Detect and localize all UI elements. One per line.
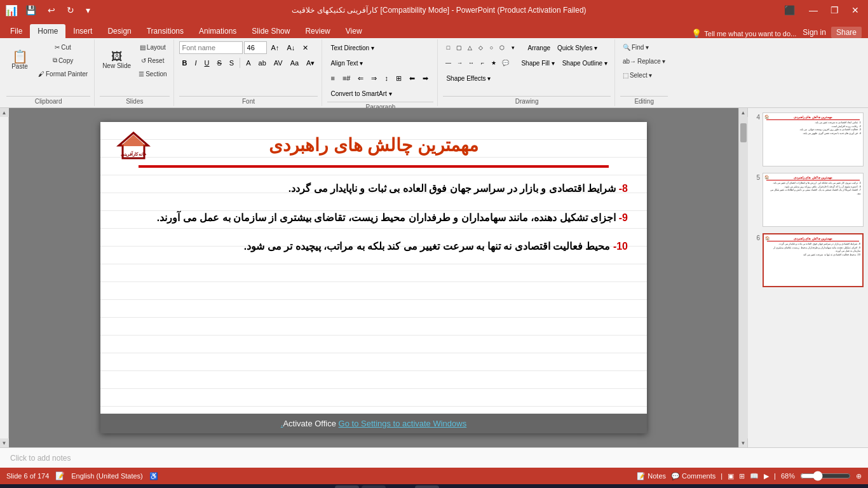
comments-btn[interactable]: 💬 Comments bbox=[671, 472, 715, 480]
tab-insert[interactable]: Insert bbox=[65, 24, 100, 38]
minimize-btn[interactable]: — bbox=[805, 4, 822, 17]
find-btn[interactable]: 🔍 Find ▾ bbox=[620, 41, 651, 53]
view-reading-btn[interactable]: 📖 bbox=[750, 472, 759, 480]
shape-callout[interactable]: 💬 bbox=[500, 58, 510, 68]
restore-btn[interactable]: ❐ bbox=[827, 4, 843, 17]
vscroll-down[interactable]: ▼ bbox=[739, 438, 748, 447]
shape-arrow[interactable]: → bbox=[454, 58, 465, 68]
shape-outline-btn[interactable]: Shape Outline ▾ bbox=[559, 57, 611, 69]
tab-view[interactable]: View bbox=[338, 24, 370, 38]
italic-btn[interactable]: I bbox=[191, 57, 200, 69]
align-right-btn[interactable]: ➡ bbox=[419, 72, 431, 85]
taskview-btn[interactable] bbox=[175, 485, 199, 488]
increase-font-btn[interactable]: A↑ bbox=[268, 41, 283, 54]
columns-btn[interactable]: ⊞ bbox=[393, 72, 405, 85]
format-painter-btn[interactable]: 🖌 Format Painter bbox=[36, 67, 90, 80]
vscroll-up[interactable]: ▲ bbox=[739, 108, 748, 117]
shape-star[interactable]: ★ bbox=[489, 58, 499, 68]
quick-save-btn[interactable]: 💾 bbox=[22, 4, 40, 17]
ppt-btn[interactable]: 🔴 bbox=[415, 485, 439, 488]
bullet-btn[interactable]: ≡ bbox=[327, 72, 337, 85]
share-btn[interactable]: Share bbox=[831, 27, 862, 38]
underline-btn[interactable]: U bbox=[201, 57, 213, 69]
shape-effects-btn[interactable]: Shape Effects ▾ bbox=[443, 72, 494, 85]
fit-slide-btn[interactable]: ⊕ bbox=[856, 472, 862, 480]
pen-btn[interactable]: ✒ bbox=[388, 485, 412, 488]
close-btn[interactable]: ✕ bbox=[848, 4, 863, 17]
shadow-btn[interactable]: S bbox=[226, 57, 237, 69]
tab-slideshow[interactable]: Slide Show bbox=[244, 24, 297, 38]
font-color-btn[interactable]: A bbox=[243, 57, 254, 69]
shape-more[interactable]: ▾ bbox=[508, 43, 518, 53]
section-btn[interactable]: ☰ Section bbox=[136, 67, 169, 80]
shape-rect[interactable]: □ bbox=[443, 43, 453, 53]
text-highlight-btn[interactable]: ab bbox=[255, 57, 269, 69]
notes-bar[interactable]: Click to add notes bbox=[0, 447, 868, 468]
tell-me-input[interactable]: Tell me what you want to do... bbox=[704, 30, 796, 37]
bt-btn[interactable]: 🔵 bbox=[281, 485, 306, 488]
font-name-input[interactable] bbox=[179, 41, 243, 54]
redo-btn[interactable]: ↻ bbox=[63, 4, 78, 17]
zoom-slider[interactable] bbox=[800, 471, 851, 481]
view-presenter-btn[interactable]: ▶ bbox=[764, 472, 769, 480]
text-direction-btn[interactable]: Text Direction ▾ bbox=[327, 41, 377, 54]
shape-round-rect[interactable]: ▢ bbox=[454, 43, 464, 53]
clear-format-btn[interactable]: ✕ bbox=[299, 41, 311, 54]
reset-btn[interactable]: ↺ Reset bbox=[136, 54, 169, 67]
view-normal-btn[interactable]: ▣ bbox=[728, 472, 734, 480]
align-left-btn[interactable]: ⬅ bbox=[406, 72, 418, 85]
thumb-slide-6[interactable]: 🏠 مهمترین چالش های راهبردی 8- شرایط اقتص… bbox=[763, 233, 864, 287]
replace-btn[interactable]: ab→ Replace ▾ bbox=[620, 55, 668, 67]
numbering-btn[interactable]: ≡# bbox=[339, 72, 354, 85]
shape-cylinder[interactable]: ⬡ bbox=[497, 43, 507, 53]
scroll-up[interactable]: ▲ bbox=[0, 108, 9, 117]
font-size-input[interactable] bbox=[244, 41, 267, 54]
tab-transitions[interactable]: Transitions bbox=[139, 24, 191, 38]
thumb-item-4[interactable]: 4 🏠 مهمترین چالش های راهبردی 1- تمامی اب… bbox=[751, 111, 865, 168]
shape-dbl-arrow[interactable]: ↔ bbox=[466, 58, 476, 68]
thumb-item-5[interactable]: 5 🏠 مهمترین چالش های راهبردی 5- ترکیب نی… bbox=[751, 172, 865, 228]
decrease-font-btn[interactable]: A↓ bbox=[283, 41, 298, 54]
line-spacing-btn[interactable]: ↕ bbox=[381, 72, 391, 85]
cut-btn[interactable]: ✂ Cut bbox=[36, 41, 90, 53]
notes-btn[interactable]: 📝 Notes bbox=[637, 472, 666, 480]
edge-btn[interactable]: 🌐 bbox=[201, 485, 226, 488]
align-text-btn[interactable]: Align Text ▾ bbox=[327, 57, 366, 69]
font-dropdown-btn[interactable]: A▾ bbox=[303, 57, 318, 69]
undo-btn[interactable]: ↩ bbox=[44, 4, 59, 17]
view-slide-sorter-btn[interactable]: ⊞ bbox=[739, 472, 745, 480]
shape-elbow[interactable]: ⌐ bbox=[477, 58, 487, 68]
tab-home[interactable]: Home bbox=[30, 24, 65, 38]
scroll-down[interactable]: ▼ bbox=[0, 438, 9, 447]
increase-indent-btn[interactable]: ⇒ bbox=[368, 72, 380, 85]
decrease-indent-btn[interactable]: ⇐ bbox=[355, 72, 367, 85]
vscroll-thumb[interactable] bbox=[740, 123, 747, 142]
shape-oval[interactable]: ○ bbox=[486, 43, 496, 53]
select-btn[interactable]: ⬚ Select ▾ bbox=[620, 69, 655, 81]
thumb-slide-5[interactable]: 🏠 مهمترین چالش های راهبردی 5- ترکیب نیرو… bbox=[763, 173, 864, 227]
copy-btn[interactable]: ⧉ Copy bbox=[36, 54, 90, 67]
thumb-item-6[interactable]: 6 🏠 مهمترین چالش های راهبردی 8- شرایط اق… bbox=[751, 232, 865, 288]
ie-btn[interactable]: ℯ bbox=[255, 485, 279, 488]
sign-in-btn[interactable]: Sign in bbox=[803, 28, 826, 37]
bold-btn[interactable]: B bbox=[179, 57, 191, 69]
tab-file[interactable]: File bbox=[3, 24, 30, 38]
tab-review[interactable]: Review bbox=[297, 24, 337, 38]
convert-smartart-btn[interactable]: Convert to SmartArt ▾ bbox=[327, 87, 395, 100]
arrange-btn[interactable]: Arrange bbox=[524, 41, 553, 54]
shape-fill-btn[interactable]: Shape Fill ▾ bbox=[518, 57, 557, 69]
shape-line[interactable]: — bbox=[443, 58, 453, 68]
new-slide-btn[interactable]: 🖼 New Slide bbox=[100, 41, 133, 79]
change-case-btn[interactable]: Aa bbox=[287, 57, 302, 69]
paste-btn[interactable]: 📋 Paste bbox=[6, 41, 33, 79]
quick-styles-btn[interactable]: Quick Styles ▾ bbox=[554, 41, 600, 54]
unknown-btn2[interactable]: 🎮 bbox=[335, 485, 359, 488]
tab-design[interactable]: Design bbox=[100, 24, 139, 38]
customize-btn[interactable]: ▾ bbox=[82, 4, 94, 17]
thumb-slide-4[interactable]: 🏠 مهمترین چالش های راهبردی 1- تمامی ابعا… bbox=[763, 112, 864, 166]
tab-animations[interactable]: Animations bbox=[191, 24, 244, 38]
slide-area[interactable]: خانه کارآفرینی مهمترین چالش های راهبردی … bbox=[9, 108, 738, 447]
unknown-btn1[interactable]: 🔷 bbox=[308, 485, 332, 488]
strikethrough-btn[interactable]: S bbox=[214, 57, 225, 69]
word-btn[interactable]: W bbox=[362, 485, 386, 488]
